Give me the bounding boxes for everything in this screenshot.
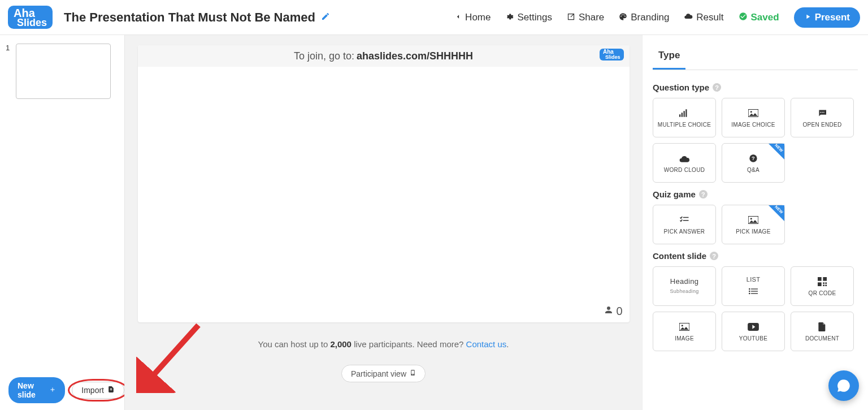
- type-word-cloud[interactable]: WORD CLOUD: [653, 143, 716, 183]
- annotation-arrow: [136, 320, 210, 393]
- type-document[interactable]: DOCUMENT: [791, 312, 854, 351]
- nav-result[interactable]: Result: [684, 12, 723, 23]
- slide-entry[interactable]: 1: [6, 44, 119, 99]
- section-quiz-game: Quiz game ?: [653, 189, 858, 199]
- chat-icon: [836, 378, 851, 393]
- svg-rect-20: [818, 277, 822, 281]
- slide-thumbnail[interactable]: [16, 44, 111, 99]
- canvas-mini-logo: Aha Slides: [600, 49, 624, 61]
- app-logo[interactable]: Aha Slides: [8, 6, 53, 28]
- nav-settings-label: Settings: [517, 12, 552, 23]
- svg-point-13: [750, 218, 752, 219]
- gear-icon: [505, 12, 514, 23]
- slide-canvas[interactable]: To join, go to: ahaslides.com/SHHHHH Aha…: [138, 45, 630, 322]
- quiz-game-grid: PICK ANSWER PICK IMAGE: [653, 205, 858, 244]
- logo-line2: Slides: [17, 18, 47, 27]
- tab-type[interactable]: Type: [653, 46, 685, 70]
- type-image[interactable]: IMAGE: [653, 312, 716, 351]
- nav-share-label: Share: [579, 12, 604, 23]
- panel-tabs: Type: [653, 46, 858, 70]
- play-icon: [804, 12, 811, 23]
- svg-rect-17: [751, 291, 758, 291]
- image-icon: [748, 108, 758, 118]
- nav-branding-label: Branding: [631, 12, 669, 23]
- type-qa[interactable]: ? Q&A: [722, 143, 785, 183]
- image-icon: [748, 215, 758, 225]
- svg-point-16: [749, 291, 750, 292]
- nav-home[interactable]: Home: [454, 12, 491, 23]
- document-icon: [818, 322, 826, 332]
- join-url: ahaslides.com/SHHHHH: [357, 50, 473, 62]
- type-qrcode[interactable]: QR CODE: [791, 266, 854, 306]
- right-panel: Type Question type ? MULTIPLE CHOICE IMA…: [642, 35, 868, 410]
- palette-icon: [619, 12, 627, 23]
- svg-rect-19: [751, 293, 758, 294]
- plus-icon: [49, 386, 56, 395]
- nav-result-label: Result: [696, 12, 723, 23]
- import-icon: [107, 386, 115, 395]
- chat-widget[interactable]: [828, 370, 859, 401]
- participant-view-button[interactable]: Participant view: [341, 365, 426, 382]
- type-open-ended[interactable]: OPEN ENDED: [791, 98, 854, 137]
- new-slide-label: New slide: [18, 381, 46, 399]
- svg-rect-24: [825, 282, 827, 284]
- svg-rect-15: [751, 288, 758, 289]
- qr-icon: [818, 277, 827, 287]
- participant-number: 0: [616, 305, 622, 318]
- list-check-icon: [679, 215, 689, 225]
- pencil-icon[interactable]: [321, 12, 330, 23]
- nav-branding[interactable]: Branding: [619, 12, 669, 23]
- svg-point-14: [749, 288, 750, 290]
- speech-icon: [817, 108, 827, 118]
- list-icon: [749, 286, 758, 296]
- type-youtube[interactable]: YOUTUBE: [722, 312, 785, 351]
- image-icon: [679, 322, 689, 332]
- svg-rect-2: [682, 113, 683, 117]
- join-prefix: To join, go to:: [294, 50, 354, 62]
- type-pick-image[interactable]: PICK IMAGE: [722, 205, 785, 244]
- nav-saved: Saved: [739, 12, 779, 23]
- nav-settings[interactable]: Settings: [505, 12, 552, 23]
- help-icon[interactable]: ?: [699, 190, 708, 198]
- new-slide-button[interactable]: New slide: [8, 377, 65, 403]
- svg-rect-4: [685, 109, 687, 117]
- content-slide-grid: Heading Subheading LIST QR CODE IMAGE YO…: [653, 266, 858, 351]
- question-icon: ?: [749, 153, 758, 163]
- svg-rect-3: [684, 111, 685, 117]
- nav-share[interactable]: Share: [567, 12, 604, 23]
- type-multiple-choice[interactable]: MULTIPLE CHOICE: [653, 98, 716, 137]
- check-circle-icon: [739, 12, 748, 23]
- participant-count: 0: [604, 305, 622, 318]
- svg-rect-26: [825, 284, 827, 286]
- svg-point-18: [749, 293, 750, 295]
- svg-point-28: [682, 325, 683, 326]
- type-heading[interactable]: Heading Subheading: [653, 266, 716, 306]
- help-icon[interactable]: ?: [713, 83, 721, 92]
- present-button[interactable]: Present: [794, 7, 860, 28]
- cloud-icon: [684, 12, 693, 23]
- type-pick-answer[interactable]: PICK ANSWER: [653, 205, 716, 244]
- svg-rect-23: [823, 282, 824, 284]
- youtube-icon: [748, 322, 759, 332]
- import-label: Import: [81, 386, 104, 395]
- svg-text:?: ?: [752, 156, 755, 161]
- slide-number: 1: [6, 44, 11, 99]
- section-question-type: Question type ?: [653, 83, 858, 92]
- svg-rect-22: [818, 282, 822, 286]
- import-button[interactable]: Import: [72, 382, 124, 399]
- new-ribbon: [769, 144, 784, 159]
- help-icon[interactable]: ?: [710, 252, 718, 260]
- new-ribbon: [769, 205, 784, 221]
- slide-list-panel: 1 New slide Import: [0, 35, 124, 410]
- section-content-slide: Content slide ?: [653, 251, 858, 261]
- presentation-title-wrap[interactable]: The Presentation That Must Not Be Named: [64, 10, 330, 25]
- nav-saved-label: Saved: [751, 12, 779, 23]
- type-image-choice[interactable]: IMAGE CHOICE: [722, 98, 785, 137]
- share-icon: [567, 12, 575, 23]
- contact-us-link[interactable]: Contact us: [466, 339, 507, 349]
- type-list[interactable]: LIST: [722, 266, 785, 306]
- svg-line-0: [147, 325, 198, 382]
- svg-point-7: [820, 111, 821, 113]
- question-type-grid: MULTIPLE CHOICE IMAGE CHOICE OPEN ENDED …: [653, 98, 858, 183]
- svg-rect-21: [823, 277, 827, 281]
